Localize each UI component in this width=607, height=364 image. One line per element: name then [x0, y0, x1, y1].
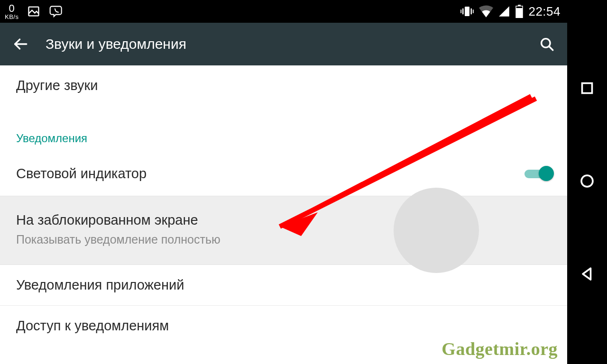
battery-icon	[515, 5, 524, 18]
svg-line-11	[549, 46, 553, 50]
network-speed-unit: KB/s	[5, 14, 18, 20]
back-button[interactable]	[12, 36, 28, 52]
svg-rect-8	[516, 8, 523, 18]
nav-home-button[interactable]	[579, 173, 596, 191]
item-app-notifications[interactable]: Уведомления приложений	[0, 265, 567, 306]
item-light-indicator[interactable]: Световой индикатор	[0, 152, 567, 196]
svg-rect-4	[461, 9, 462, 13]
status-bar: 0 KB/s	[0, 0, 567, 23]
svg-rect-3	[471, 9, 472, 15]
wifi-icon	[479, 5, 493, 18]
network-speed-indicator: 0 KB/s	[5, 3, 18, 20]
app-bar: Звуки и уведомления	[0, 23, 567, 65]
section-header-notifications: Уведомления	[0, 106, 567, 152]
light-indicator-toggle[interactable]	[524, 164, 554, 183]
item-label: Другие звуки	[16, 78, 98, 93]
image-icon	[27, 5, 40, 18]
viber-icon	[49, 4, 64, 19]
clock-time: 22:54	[528, 4, 561, 19]
system-nav-bar	[567, 0, 607, 364]
signal-icon	[498, 5, 510, 18]
settings-list: Другие звуки Уведомления Световой индика…	[0, 65, 567, 364]
item-other-sounds[interactable]: Другие звуки	[0, 65, 567, 106]
svg-rect-13	[582, 83, 592, 93]
item-label: На заблокированном экране	[16, 212, 551, 228]
item-sublabel: Показывать уведомление полностью	[16, 233, 551, 246]
svg-rect-2	[462, 9, 464, 15]
item-label: Уведомления приложений	[16, 277, 184, 292]
item-label: Световой индикатор	[16, 166, 147, 182]
page-title: Звуки и уведомления	[46, 36, 522, 52]
item-lock-screen-notifications[interactable]: На заблокированном экране Показывать уве…	[0, 196, 567, 265]
search-button[interactable]	[539, 36, 555, 52]
nav-recent-button[interactable]	[579, 80, 596, 99]
svg-rect-1	[465, 7, 469, 16]
svg-rect-5	[473, 9, 474, 13]
item-label: Доступ к уведомлениям	[16, 318, 169, 333]
nav-back-button[interactable]	[579, 265, 596, 284]
watermark-text: Gadgetmir.org	[441, 338, 558, 359]
vibrate-icon	[460, 4, 474, 18]
svg-point-14	[581, 175, 593, 187]
network-speed-value: 0	[9, 3, 15, 14]
